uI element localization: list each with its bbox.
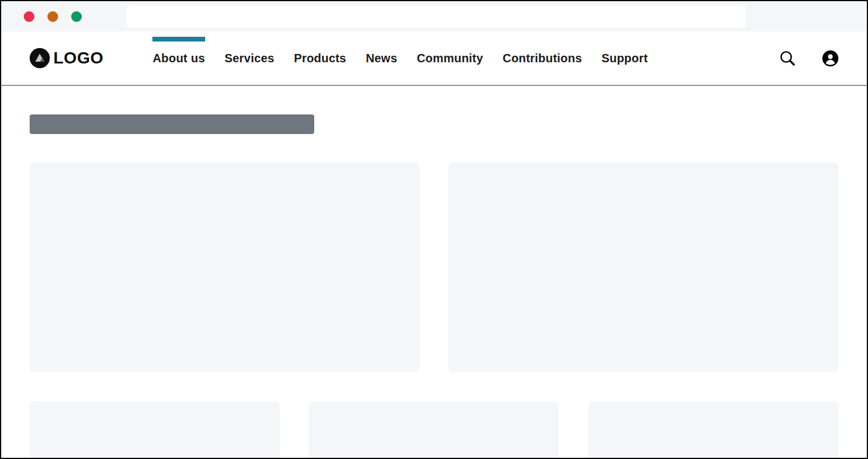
nav-item-about-us[interactable]: About us — [152, 31, 215, 85]
account-button[interactable] — [822, 50, 838, 66]
nav-menu: About us Services Products News Communit… — [152, 31, 658, 85]
placeholder-card-large-1 — [30, 162, 420, 372]
close-button[interactable] — [24, 11, 34, 22]
placeholder-card-small-2 — [309, 401, 559, 459]
logo[interactable]: LOGO — [30, 48, 103, 68]
search-icon — [778, 49, 796, 67]
navbar-actions — [778, 49, 838, 67]
minimize-button[interactable] — [47, 11, 58, 22]
nav-item-news[interactable]: News — [356, 31, 407, 85]
secondary-cards-row — [30, 401, 838, 459]
nav-item-services[interactable]: Services — [215, 31, 284, 85]
traffic-lights — [24, 11, 82, 22]
heading-placeholder-bar — [30, 114, 314, 134]
placeholder-card-small-3 — [588, 401, 838, 459]
featured-cards-row — [30, 162, 838, 372]
site-navbar: LOGO About us Services Products News Com… — [1, 31, 867, 85]
maximize-button[interactable] — [71, 11, 82, 22]
nav-item-contributions[interactable]: Contributions — [493, 31, 592, 85]
placeholder-card-large-2 — [448, 162, 838, 372]
nav-item-products[interactable]: Products — [284, 31, 356, 85]
browser-window: LOGO About us Services Products News Com… — [0, 0, 868, 459]
logo-text: LOGO — [53, 49, 103, 68]
nav-item-community[interactable]: Community — [407, 31, 493, 85]
search-button[interactable] — [778, 49, 796, 67]
page-content — [1, 86, 867, 459]
nav-item-support[interactable]: Support — [592, 31, 658, 85]
browser-chrome-bar — [1, 1, 867, 31]
user-avatar-icon — [822, 50, 838, 66]
placeholder-card-small-1 — [30, 401, 280, 459]
address-bar-input[interactable] — [127, 5, 746, 28]
mountain-logo-icon — [30, 48, 50, 68]
